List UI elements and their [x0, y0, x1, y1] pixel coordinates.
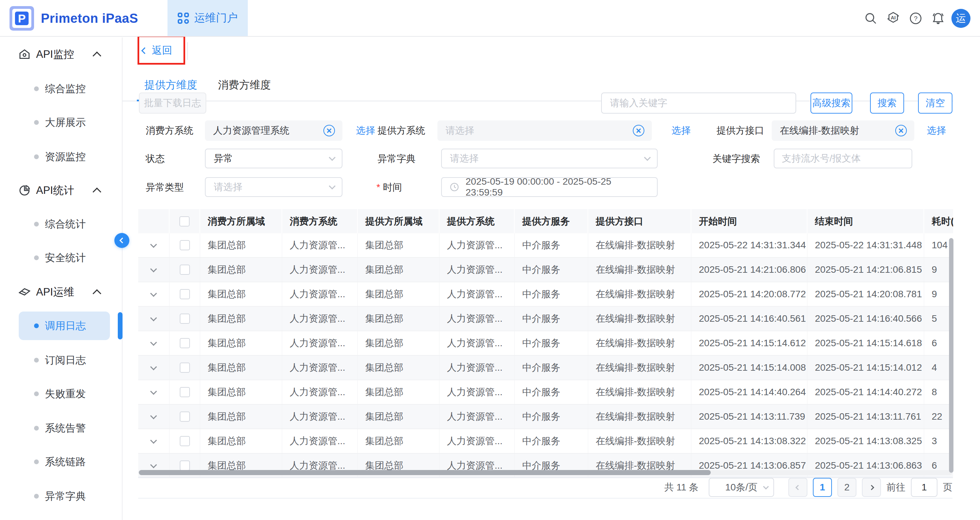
chevron-down-icon — [150, 363, 157, 370]
exception-type-select[interactable]: 请选择 — [205, 177, 342, 197]
expand-row-button[interactable] — [138, 233, 170, 257]
cell-start-time: 2025-05-21 14:13:11.739 — [691, 405, 807, 428]
expand-row-button[interactable] — [138, 258, 170, 282]
keyword-search-input[interactable] — [774, 149, 912, 168]
row-checkbox[interactable] — [180, 412, 190, 422]
portal-tab-ops[interactable]: 运维门户 — [167, 0, 248, 36]
sidebar: API监控 综合监控 大屏展示 资源监控 API统计 综合统计 安全统计 — [0, 37, 123, 520]
chevron-down-icon — [150, 339, 157, 346]
cell-provider-api: 在线编排-数据映射 — [588, 356, 691, 379]
sidebar-item-big-screen[interactable]: 大屏展示 — [0, 112, 123, 133]
sidebar-collapse-button[interactable] — [115, 233, 129, 248]
row-checkbox[interactable] — [180, 240, 190, 250]
goto-page-input[interactable] — [911, 478, 937, 497]
provider-api-select-link[interactable]: 选择 — [927, 120, 946, 141]
required-asterisk: * — [377, 182, 380, 193]
prev-page-button[interactable] — [788, 478, 807, 497]
clear-circle-icon[interactable] — [323, 125, 335, 136]
row-checkbox[interactable] — [180, 289, 190, 299]
cell-consumer-system: 人力资源管... — [282, 380, 358, 404]
sidebar-item-subscribe-log[interactable]: 订阅日志 — [0, 350, 123, 370]
chevron-down-icon — [150, 388, 157, 395]
expand-row-button[interactable] — [138, 331, 170, 355]
cell-end-time: 2025-05-22 14:31:31.448 — [807, 233, 924, 257]
row-checkbox[interactable] — [180, 436, 190, 446]
cell-provider-api: 在线编排-数据映射 — [588, 429, 691, 453]
cell-end-time: 2025-05-21 14:13:11.761 — [807, 405, 924, 428]
sidebar-item-system-alert[interactable]: 系统告警 — [0, 418, 123, 438]
page-button-2[interactable]: 2 — [837, 478, 856, 497]
clear-button[interactable]: 清空 — [918, 92, 953, 114]
row-checkbox[interactable] — [180, 363, 190, 373]
user-avatar[interactable]: 运 — [951, 9, 970, 28]
tab-consumer-dimension[interactable]: 消费方维度 — [210, 70, 278, 100]
table-row: 集团总部人力资源管...集团总部人力资源管...中介服务在线编排-数据映射202… — [138, 429, 953, 454]
expand-row-button[interactable] — [138, 307, 170, 331]
clear-circle-icon[interactable] — [895, 125, 907, 136]
sidebar-item-exception-dict[interactable]: 异常字典 — [0, 486, 123, 506]
sidebar-item-system-link[interactable]: 系统链路 — [0, 452, 123, 472]
ai-assistant-icon[interactable]: AI — [882, 7, 904, 30]
select-all-checkbox[interactable] — [180, 216, 189, 227]
cell-provider-service: 中介服务 — [515, 356, 588, 379]
ops-tools-icon — [18, 285, 31, 299]
cell-provider-service: 中介服务 — [515, 429, 588, 453]
page-button-1[interactable]: 1 — [813, 478, 832, 497]
row-checkbox[interactable] — [180, 387, 190, 397]
expand-row-button[interactable] — [138, 429, 170, 453]
sidebar-item-fail-resend[interactable]: 失败重发 — [0, 384, 123, 404]
keyword-input[interactable] — [601, 92, 796, 114]
consumer-system-select-link[interactable]: 选择 — [356, 120, 375, 141]
horizontal-scrollbar-thumb[interactable] — [139, 470, 711, 475]
provider-system-field[interactable]: 请选择 — [438, 120, 652, 141]
expand-row-button[interactable] — [138, 356, 170, 379]
help-icon[interactable]: ? — [904, 7, 927, 30]
advanced-search-button[interactable]: 高级搜索 — [810, 92, 852, 114]
provider-system-select-link[interactable]: 选择 — [671, 120, 690, 141]
search-button[interactable]: 搜索 — [870, 92, 904, 114]
sidebar-section-api-ops[interactable]: API运维 — [0, 282, 123, 302]
chevron-left-icon — [795, 485, 800, 490]
clear-circle-icon[interactable] — [633, 125, 644, 136]
provider-api-field[interactable]: 在线编排-数据映射 — [772, 120, 914, 141]
sidebar-item-call-log[interactable]: 调用日志 — [0, 315, 123, 336]
sidebar-item-composite-stats[interactable]: 综合统计 — [0, 214, 123, 234]
consumer-system-field[interactable]: 人力资源管理系统 — [205, 120, 342, 141]
table-body: 集团总部人力资源管...集团总部人力资源管...中介服务在线编排-数据映射202… — [138, 233, 953, 478]
chevron-down-icon — [150, 241, 157, 248]
cell-provider-domain: 集团总部 — [358, 356, 439, 379]
pagination-bar: 共 11 条 10条/页 1 2 前往 页 — [138, 477, 953, 499]
row-checkbox[interactable] — [180, 265, 190, 275]
brand: P Primeton iPaaS — [10, 6, 138, 31]
expand-row-button[interactable] — [138, 405, 170, 428]
notification-bell-icon[interactable] — [927, 7, 949, 30]
cell-start-time: 2025-05-21 14:14:40.264 — [691, 380, 807, 404]
sidebar-section-api-stats[interactable]: API统计 — [0, 180, 123, 201]
expand-row-button[interactable] — [138, 380, 170, 404]
row-checkbox[interactable] — [180, 338, 190, 348]
time-range-picker[interactable]: 2025-05-19 00:00:00 - 2025-05-25 23:59:5… — [441, 177, 658, 197]
primeton-logo-icon: P — [10, 6, 34, 31]
status-select[interactable]: 异常 — [205, 149, 342, 168]
sidebar-item-security-stats[interactable]: 安全统计 — [0, 247, 123, 268]
row-checkbox[interactable] — [180, 460, 190, 471]
page-size-select[interactable]: 10条/页 — [709, 478, 774, 497]
provider-system-label: 提供方系统 — [377, 120, 425, 141]
cell-consumer-domain: 集团总部 — [200, 307, 282, 331]
sidebar-item-composite-monitor[interactable]: 综合监控 — [0, 79, 123, 99]
vertical-scrollbar-thumb[interactable] — [949, 238, 953, 473]
checkbox-cell — [170, 282, 200, 306]
search-icon[interactable] — [859, 7, 882, 30]
sidebar-item-resource-monitor[interactable]: 资源监控 — [0, 147, 123, 167]
exception-dict-select[interactable]: 请选择 — [441, 149, 658, 168]
expand-row-button[interactable] — [138, 282, 170, 306]
batch-download-button[interactable]: 批量下载日志 — [139, 92, 206, 114]
row-checkbox[interactable] — [180, 314, 190, 324]
table-row: 集团总部人力资源管...集团总部人力资源管...中介服务在线编排-数据映射202… — [138, 331, 953, 356]
sidebar-section-api-monitor[interactable]: API监控 — [0, 44, 123, 65]
cell-end-time: 2025-05-21 14:16:40.566 — [807, 307, 924, 331]
divider — [187, 42, 188, 60]
next-page-button[interactable] — [862, 478, 881, 497]
cell-provider-api: 在线编排-数据映射 — [588, 307, 691, 331]
horizontal-scrollbar[interactable] — [138, 470, 953, 475]
